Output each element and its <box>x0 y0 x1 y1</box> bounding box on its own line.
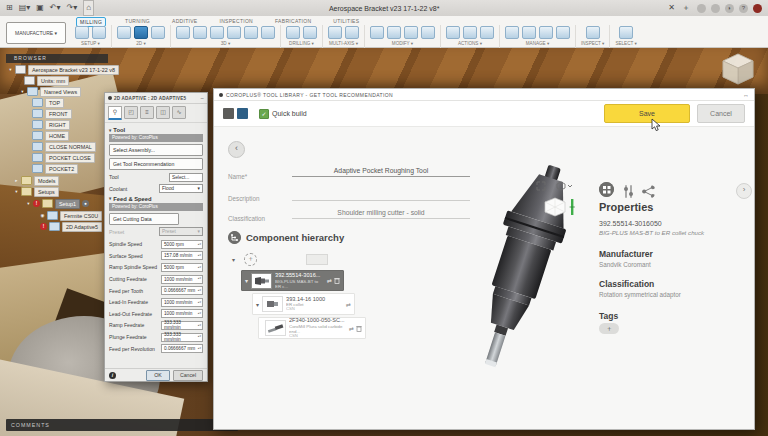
feed-section-header[interactable]: ▾ Feed & Speed <box>109 196 203 202</box>
spinner-icon[interactable]: ▴▾ <box>198 347 201 350</box>
post-library-icon[interactable] <box>556 26 570 39</box>
resize-icon[interactable]: ↔ <box>743 92 749 98</box>
grid-view-icon[interactable] <box>599 182 614 197</box>
feed-row-input[interactable]: 5000 rpm▴▾ <box>161 263 203 272</box>
group-manage-label[interactable]: MANAGE ▾ <box>526 41 550 46</box>
close-tab-icon[interactable]: ✕ <box>668 1 675 15</box>
browser-item-models[interactable]: ▸ Models <box>14 176 59 185</box>
save-icon[interactable]: ▣ <box>36 1 44 15</box>
share-nodes-icon[interactable] <box>641 184 656 199</box>
spinner-icon[interactable]: ▴▾ <box>198 243 201 246</box>
select-assembly-button[interactable]: Select Assembly... <box>109 144 203 156</box>
group-actions-label[interactable]: ACTIONS ▾ <box>458 41 482 46</box>
collapse-icon[interactable]: − <box>200 95 204 101</box>
add-component-button[interactable]: ＋ <box>244 253 257 266</box>
heights-tab-icon[interactable]: ≡ <box>140 106 154 119</box>
preset-dropdown[interactable]: Preset▾ <box>159 227 203 236</box>
delete-icon[interactable] <box>387 26 401 39</box>
3d-adaptive-icon[interactable] <box>176 26 190 39</box>
group-multiaxis-label[interactable]: MULTI-AXIS ▾ <box>329 41 358 46</box>
browser-item-label[interactable]: Units: mm <box>37 76 69 86</box>
cancel-button[interactable]: Cancel <box>173 370 203 381</box>
filter-sliders-icon[interactable] <box>621 184 636 199</box>
new-setup-icon[interactable] <box>75 26 89 39</box>
browser-item-operation1[interactable]: ◉ Fermite CS0U <box>40 211 102 220</box>
spinner-icon[interactable]: ▴▾ <box>198 301 201 304</box>
bore-icon[interactable] <box>303 26 317 39</box>
browser-item-label[interactable]: Aerospace Bracket v23 17-1-22 v8 <box>28 65 119 75</box>
feed-row-input[interactable]: 1000 mm/min▴▾ <box>161 309 203 318</box>
browser-item-named-views[interactable]: ▾ Named Views <box>20 87 81 96</box>
quick-build-checkbox[interactable]: ✓ <box>259 109 269 119</box>
feed-row-input[interactable]: 157.08 m/min▴▾ <box>161 251 203 260</box>
post-process-icon[interactable] <box>463 26 477 39</box>
browser-item-view-close-normal[interactable]: CLOSE NORMAL <box>32 142 96 151</box>
scallop-icon[interactable] <box>244 26 258 39</box>
measure-icon[interactable] <box>586 26 600 39</box>
expand-arrow-icon[interactable]: ▾ <box>14 189 19 194</box>
setup-sheet-icon[interactable] <box>480 26 494 39</box>
next-arrow-button[interactable]: › <box>736 183 752 199</box>
help-icon[interactable]: ? <box>739 4 748 13</box>
notifications-bell-icon[interactable]: ◗ <box>725 4 734 13</box>
hierarchy-item-adaptor[interactable]: ▾ 392.55514-3016... BIG-PLUS MAS-BT to E… <box>241 270 344 291</box>
browser-item-label[interactable]: Named Views <box>40 87 81 97</box>
swap-icon[interactable]: ⇄ <box>346 301 351 308</box>
browser-item-view-top[interactable]: TOP <box>32 98 64 107</box>
tool-library-icon[interactable] <box>505 26 519 39</box>
save-button[interactable]: Save <box>604 104 690 123</box>
collapse-all-icon[interactable]: ▾ <box>232 256 235 263</box>
templates-icon[interactable] <box>539 26 553 39</box>
browser-item-view-home[interactable]: HOME <box>32 131 69 140</box>
comments-bar[interactable]: COMMENTS <box>6 419 238 431</box>
browser-item-label[interactable]: Fermite CS0U <box>60 211 102 221</box>
collapsed-arrow-icon[interactable]: ▸ <box>14 178 19 183</box>
simulate-icon[interactable] <box>446 26 460 39</box>
browser-item-label[interactable]: TOP <box>45 98 64 108</box>
home-icon[interactable]: ⌂ <box>83 0 94 16</box>
group-select-label[interactable]: SELECT ▾ <box>615 41 636 46</box>
link-icon[interactable] <box>421 26 435 39</box>
app-grid-icon[interactable]: ⊞ <box>6 1 13 15</box>
dialog-header[interactable]: COROPLUS® TOOL LIBRARY - GET TOOL RECOMM… <box>214 89 754 101</box>
info-icon[interactable]: i <box>109 372 116 379</box>
library-view-icon[interactable] <box>237 108 248 119</box>
browser-item-setups[interactable]: ▾ Setups <box>14 187 59 196</box>
spinner-icon[interactable]: ▴▾ <box>198 254 201 257</box>
browser-item-label[interactable]: CLOSE NORMAL <box>45 142 96 152</box>
browser-item-label[interactable]: RIGHT <box>45 120 70 130</box>
hierarchy-item-endmill[interactable]: 2F340-1000-050-SC... CoroMill Plura soli… <box>258 317 366 339</box>
passes-tab-icon[interactable]: ◫ <box>156 106 170 119</box>
browser-item-units[interactable]: Units: mm <box>24 76 69 85</box>
browser-item-label[interactable]: Models <box>34 176 59 186</box>
feed-row-input[interactable]: 1000 mm/min▴▾ <box>161 275 203 284</box>
expand-arrow-icon[interactable]: ▾ <box>26 201 31 206</box>
trash-icon[interactable] <box>356 325 362 332</box>
dialog-header[interactable]: 2D ADAPTIVE : 2D ADAPTIVE5 − <box>105 93 207 104</box>
trim-icon[interactable] <box>370 26 384 39</box>
expand-icon[interactable]: ▾ <box>245 277 248 284</box>
browser-root-item[interactable]: ▾ Aerospace Bracket v23 17-1-22 v8 <box>8 65 119 74</box>
browser-item-operation2[interactable]: ! 2D Adaptive5 <box>40 222 102 231</box>
browser-item-label[interactable]: Setups <box>34 187 59 197</box>
add-tag-button[interactable]: ＋ <box>599 323 619 334</box>
2d-adaptive-icon[interactable] <box>134 26 148 39</box>
browser-item-label[interactable]: HOME <box>45 131 69 141</box>
file-menu-icon[interactable]: ▤▾ <box>19 1 31 15</box>
feed-row-input[interactable]: 333.333 mm/min▴▾ <box>161 321 203 330</box>
group-2d-label[interactable]: 2D ▾ <box>136 41 145 46</box>
browser-item-label[interactable]: POCKET CLOSE <box>45 153 95 163</box>
back-button[interactable]: ‹ <box>228 141 245 158</box>
expand-icon[interactable]: ▾ <box>256 301 259 308</box>
redo-icon[interactable]: ↷▾ <box>67 1 78 15</box>
browser-item-view-pocket-close[interactable]: POCKET CLOSE <box>32 153 95 162</box>
preview-view-cube-icon[interactable] <box>544 197 578 219</box>
get-cutting-data-button[interactable]: Get Cutting Data <box>109 213 179 225</box>
browser-item-view-right[interactable]: RIGHT <box>32 120 70 129</box>
spinner-icon[interactable]: ▴▾ <box>198 312 201 315</box>
browser-item-setup1[interactable]: ▾ ! Setup1 ● <box>26 199 89 208</box>
view-cube[interactable] <box>718 50 758 90</box>
multiaxis-contour-icon[interactable] <box>345 26 359 39</box>
contour-icon[interactable] <box>227 26 241 39</box>
browser-item-label[interactable]: POCKET2 <box>45 164 78 174</box>
